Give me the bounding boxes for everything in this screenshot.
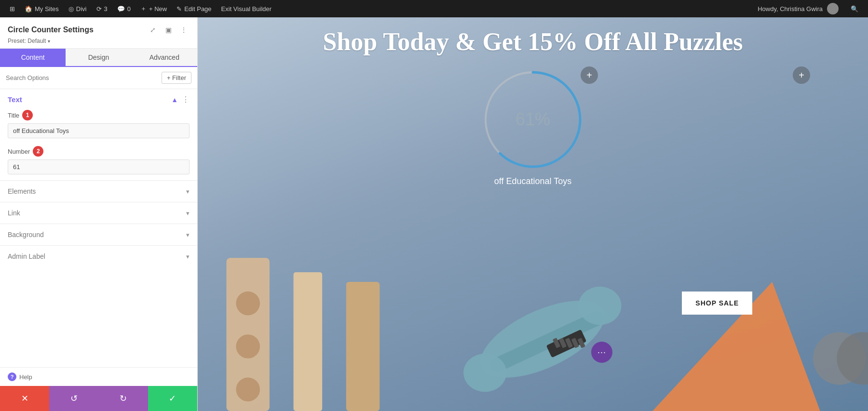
toys-svg <box>198 242 868 411</box>
link-chevron-icon: ▾ <box>186 210 190 217</box>
tab-content[interactable]: Content <box>0 49 66 66</box>
admin-label-chevron-icon: ▾ <box>186 253 190 260</box>
more-icon[interactable]: ⋮ <box>178 24 190 36</box>
toy-area: SHOP SALE ··· <box>198 189 868 411</box>
house-icon: 🏠 <box>25 5 32 13</box>
new-label: + New <box>149 5 167 13</box>
edit-page-item[interactable]: ✎ Edit Page <box>172 0 216 17</box>
text-more-icon[interactable]: ⋮ <box>182 95 190 104</box>
edit-page-label: Edit Page <box>184 5 211 13</box>
panel-header: Circle Counter Settings ⤢ ▣ ⋮ Preset: De… <box>0 17 197 49</box>
comments-item[interactable]: ⟳ 3 <box>92 0 112 17</box>
number-label: Number <box>8 148 30 155</box>
number-field-group: Number 2 <box>0 144 197 180</box>
text-section-header: Text ▲ ⋮ <box>0 89 197 108</box>
add-button-2[interactable]: + <box>793 66 810 84</box>
panel-title-icons: ⤢ ▣ ⋮ <box>147 24 190 36</box>
search-bar-icon: 🔍 <box>851 5 858 13</box>
search-input[interactable] <box>6 74 158 81</box>
wp-logo-item[interactable]: ⊞ <box>5 0 20 17</box>
new-item[interactable]: ＋ + New <box>136 0 172 17</box>
avatar <box>827 3 839 14</box>
wp-admin-bar: ⊞ 🏠 My Sites ◎ Divi ⟳ 3 💬 0 ＋ + New ✎ Ed… <box>0 0 868 17</box>
dots-icon: ··· <box>597 347 606 358</box>
search-bar-item[interactable]: 🔍 <box>846 5 863 13</box>
counter-subtitle: off Educational Toys <box>494 176 571 186</box>
panel-tabs: Content Design Advanced <box>0 49 197 67</box>
svg-rect-1 <box>236 292 260 316</box>
background-label: Background <box>8 231 44 239</box>
circle-counter: 61% <box>480 66 586 172</box>
svg-point-8 <box>578 287 621 325</box>
number-input[interactable] <box>8 159 190 174</box>
svg-point-9 <box>463 354 506 392</box>
link-label: Link <box>8 209 20 217</box>
left-panel: Circle Counter Settings ⤢ ▣ ⋮ Preset: De… <box>0 17 198 411</box>
preset-chevron: ▾ <box>48 39 50 44</box>
more-options-button[interactable]: ··· <box>591 342 612 363</box>
main-layout: Circle Counter Settings ⤢ ▣ ⋮ Preset: De… <box>0 17 868 411</box>
my-sites-item[interactable]: 🏠 My Sites <box>20 0 64 17</box>
elements-chevron-icon: ▾ <box>186 188 190 195</box>
comments-count: 3 <box>104 5 108 13</box>
filter-button[interactable]: + Filter <box>162 72 191 84</box>
howdy-label: Howdy, Christina Gwira <box>758 5 823 13</box>
title-label: Title <box>8 112 19 119</box>
bottom-bar: ✕ ↺ ↻ ✓ <box>0 386 197 411</box>
shop-sale-button[interactable]: SHOP SALE <box>682 292 752 315</box>
save-button[interactable]: ✓ <box>148 386 197 411</box>
comment-count-label: 0 <box>127 5 131 13</box>
admin-label-section[interactable]: Admin Label ▾ <box>0 245 197 267</box>
divi-item[interactable]: ◎ Divi <box>64 0 92 17</box>
redo-button[interactable]: ↻ <box>99 386 148 411</box>
reset-button[interactable]: ↺ <box>49 386 98 411</box>
background-chevron-icon: ▾ <box>186 231 190 239</box>
exit-visual-builder-item[interactable]: Exit Visual Builder <box>217 0 277 17</box>
elements-label: Elements <box>8 187 36 195</box>
share-icon: ⟳ <box>96 5 102 13</box>
admin-bar-right: Howdy, Christina Gwira 🔍 <box>753 3 863 14</box>
resize-icon[interactable]: ⤢ <box>147 24 159 36</box>
tab-advanced[interactable]: Advanced <box>132 49 197 66</box>
my-sites-label: My Sites <box>35 5 59 13</box>
exit-vb-label: Exit Visual Builder <box>221 5 272 13</box>
help-label: Help <box>19 373 32 381</box>
howdy-item[interactable]: Howdy, Christina Gwira <box>753 3 843 14</box>
number-badge: 2 <box>33 146 43 157</box>
number-label-row: Number 2 <box>8 146 190 157</box>
elements-section[interactable]: Elements ▾ <box>0 180 197 202</box>
help-icon[interactable]: ? <box>8 372 16 381</box>
right-panel: Shop Today & Get 15% Off All Puzzles + +… <box>198 17 868 411</box>
title-label-row: Title 1 <box>8 110 190 120</box>
svg-rect-5 <box>346 282 380 411</box>
help-row: ? Help <box>0 367 197 386</box>
cancel-button[interactable]: ✕ <box>0 386 49 411</box>
divi-icon: ◎ <box>68 5 74 13</box>
title-input[interactable] <box>8 123 190 138</box>
counter-area: + + 61% off Educational Toys <box>198 62 868 189</box>
panel-title: Circle Counter Settings <box>8 26 94 34</box>
divi-label: Divi <box>76 5 87 13</box>
svg-rect-3 <box>236 378 260 402</box>
layout-icon[interactable]: ▣ <box>163 24 174 36</box>
panel-content: Text ▲ ⋮ Title 1 Number 2 <box>0 89 197 367</box>
preset-label: Preset: Default <box>8 38 46 44</box>
pencil-icon: ✎ <box>176 5 182 13</box>
wp-icon: ⊞ <box>10 5 15 13</box>
link-section[interactable]: Link ▾ <box>0 202 197 224</box>
text-chevron-icon[interactable]: ▲ <box>171 96 178 104</box>
svg-rect-2 <box>236 334 260 358</box>
comment-icon: 💬 <box>117 5 125 13</box>
background-section[interactable]: Background ▾ <box>0 224 197 245</box>
hero-content: Shop Today & Get 15% Off All Puzzles <box>198 17 868 62</box>
preset-row[interactable]: Preset: Default ▾ <box>8 38 190 44</box>
comment-count-item[interactable]: 💬 0 <box>112 0 136 17</box>
search-row: + Filter <box>0 67 197 89</box>
svg-rect-4 <box>294 272 323 411</box>
text-section-title: Text <box>8 95 22 104</box>
circle-percentage: 61% <box>515 109 550 130</box>
title-field-group: Title 1 <box>0 108 197 144</box>
hero-title: Shop Today & Get 15% Off All Puzzles <box>217 27 849 57</box>
panel-title-row: Circle Counter Settings ⤢ ▣ ⋮ <box>8 24 190 36</box>
tab-design[interactable]: Design <box>66 49 131 66</box>
